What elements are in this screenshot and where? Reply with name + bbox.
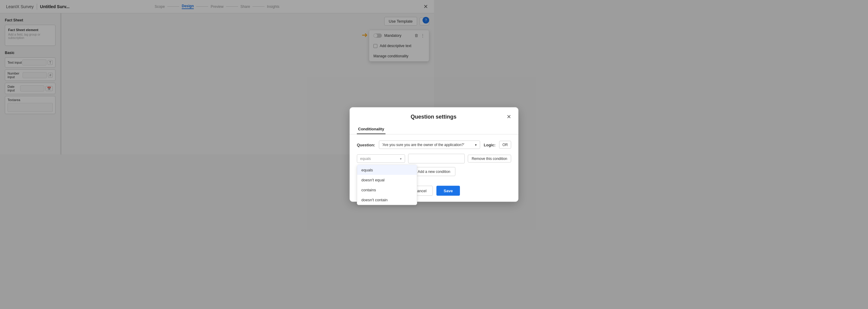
tab-conditionality[interactable]: Conditionality	[357, 124, 385, 134]
modal-title: Question settings	[363, 113, 434, 120]
condition-operator-wrap: equals equals doesn't equal contains doe…	[357, 154, 405, 155]
condition-value-input[interactable]	[408, 154, 434, 155]
question-dropdown-value: 'Are you sure you are the owner of the a…	[382, 143, 434, 147]
condition-row: equals equals doesn't equal contains doe…	[357, 154, 434, 155]
modal-tabs: Conditionality	[350, 124, 434, 135]
question-settings-modal: Question settings ✕ Conditionality Quest…	[350, 107, 434, 155]
question-dropdown[interactable]: 'Are you sure you are the owner of the a…	[379, 141, 434, 149]
question-row: Question: 'Are you sure you are the owne…	[357, 141, 434, 149]
condition-operator-dropdown[interactable]: equals	[357, 154, 405, 155]
modal-header: Question settings ✕	[350, 107, 434, 120]
question-label: Question:	[357, 142, 375, 147]
modal-body: Question: 'Are you sure you are the owne…	[350, 135, 434, 155]
